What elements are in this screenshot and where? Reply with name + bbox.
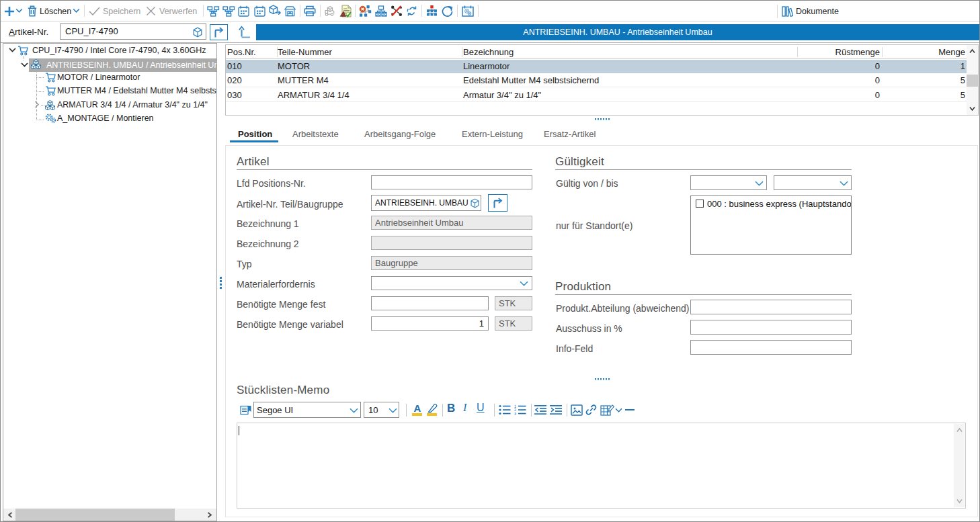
- svg-text:3: 3: [514, 412, 516, 416]
